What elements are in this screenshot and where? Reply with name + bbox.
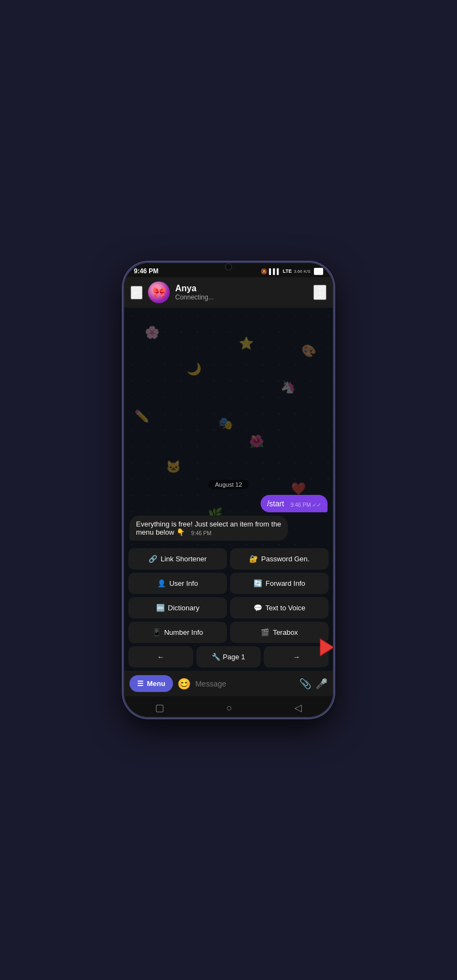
prev-icon: ← <box>157 653 164 661</box>
chat-header: ← 🎀 Anya Connecting... ⋮ <box>124 277 333 308</box>
system-nav-bar: ▢ ○ ◁ <box>124 696 333 717</box>
next-icon: → <box>293 653 300 661</box>
dictionary-label: Dictionary <box>168 604 200 612</box>
status-bar: 9:46 PM 🔕 ▌▌▌ LTE 3.66 K/S 32 <box>124 263 333 277</box>
user-info-button[interactable]: 👤 User Info <box>128 573 227 594</box>
received-time: 9:46 PM <box>191 530 211 536</box>
notch <box>225 263 232 271</box>
menu-pill-label: Menu <box>147 679 165 688</box>
next-page-button[interactable]: → <box>264 646 329 667</box>
page1-label: Page 1 <box>223 653 245 661</box>
menu-grid: 🔗 Link Shortener 🔐 Password Gen. 👤 User … <box>124 545 333 646</box>
link-shortener-icon: 🔗 <box>149 555 157 563</box>
more-options-button[interactable]: ⋮ <box>313 285 326 300</box>
password-gen-label: Password Gen. <box>261 555 310 563</box>
prev-page-button[interactable]: ← <box>128 646 193 667</box>
arrow-container: → <box>264 646 329 667</box>
mute-icon: 🔕 <box>261 268 267 274</box>
message-input[interactable] <box>195 679 295 688</box>
page1-button[interactable]: 🔧 Page 1 <box>196 646 261 667</box>
user-info-icon: 👤 <box>157 579 166 587</box>
phone-inner: 9:46 PM 🔕 ▌▌▌ LTE 3.66 K/S 32 ← 🎀 Anya C… <box>124 263 333 717</box>
bottom-bar: ☰ Menu 😊 📎 🎤 <box>124 671 333 696</box>
text-to-voice-label: Text to Voice <box>265 604 306 612</box>
signal-icon: ▌▌▌ <box>269 268 281 274</box>
terabox-label: Terabox <box>273 628 298 636</box>
attach-button[interactable]: 📎 <box>299 678 311 690</box>
forward-info-label: Forward Info <box>265 579 305 587</box>
back-button[interactable]: ← <box>131 286 143 299</box>
text-to-voice-icon: 💬 <box>254 604 262 612</box>
nav-row: ← 🔧 Page 1 → <box>124 646 333 671</box>
terabox-icon: 🎬 <box>261 628 269 636</box>
dictionary-icon: 🔤 <box>156 604 165 612</box>
chat-area: 🌸 ⭐ 🌙 🦄 ✏️ 🌺 🐱 ❤️ 🌿 🎨 🎭 🍕 August 12 /sta… <box>124 308 333 671</box>
link-shortener-button[interactable]: 🔗 Link Shortener <box>128 548 227 569</box>
date-badge: August 12 <box>208 480 249 489</box>
link-shortener-label: Link Shortener <box>160 555 207 563</box>
contact-status: Connecting... <box>175 293 308 301</box>
number-info-label: Number Info <box>164 628 203 636</box>
text-to-voice-button[interactable]: 💬 Text to Voice <box>230 597 329 618</box>
page1-icon: 🔧 <box>212 653 220 661</box>
user-info-label: User Info <box>169 579 198 587</box>
dictionary-button[interactable]: 🔤 Dictionary <box>128 597 227 618</box>
message-received: Everything is free! Just select an item … <box>129 516 288 541</box>
menu-pill-button[interactable]: ☰ Menu <box>129 675 173 692</box>
status-time: 9:46 PM <box>134 267 158 275</box>
contact-info: Anya Connecting... <box>175 284 308 301</box>
sent-text: /start <box>267 499 284 508</box>
message-sent: /start 9:46 PM ✓✓ <box>261 495 328 512</box>
mic-button[interactable]: 🎤 <box>316 678 328 690</box>
number-info-icon: 📱 <box>152 628 161 636</box>
recents-button[interactable]: ▢ <box>155 702 164 714</box>
password-gen-icon: 🔐 <box>249 555 258 563</box>
sent-ticks: ✓✓ <box>312 502 321 508</box>
lte-label: LTE <box>283 268 292 274</box>
home-button[interactable]: ○ <box>226 702 232 714</box>
number-info-button[interactable]: 📱 Number Info <box>128 622 227 643</box>
menu-hamburger-icon: ☰ <box>137 679 144 688</box>
chat-messages: August 12 /start 9:46 PM ✓✓ Everything i… <box>124 308 333 545</box>
password-gen-button[interactable]: 🔐 Password Gen. <box>230 548 329 569</box>
avatar[interactable]: 🎀 <box>148 281 170 303</box>
phone-frame: 9:46 PM 🔕 ▌▌▌ LTE 3.66 K/S 32 ← 🎀 Anya C… <box>122 261 335 719</box>
sent-time: 9:46 PM ✓✓ <box>291 502 321 508</box>
status-icons: 🔕 ▌▌▌ LTE 3.66 K/S 32 <box>261 268 323 275</box>
battery-level: 32 <box>314 268 323 275</box>
speed-label: 3.66 K/S <box>294 269 311 274</box>
contact-name: Anya <box>175 284 308 293</box>
avatar-image: 🎀 <box>148 281 170 303</box>
forward-info-button[interactable]: 🔄 Forward Info <box>230 573 329 594</box>
system-back-button[interactable]: ◁ <box>294 702 302 714</box>
forward-info-icon: 🔄 <box>254 579 262 587</box>
terabox-button[interactable]: 🎬 Terabox <box>230 622 329 643</box>
emoji-button[interactable]: 😊 <box>177 677 191 690</box>
